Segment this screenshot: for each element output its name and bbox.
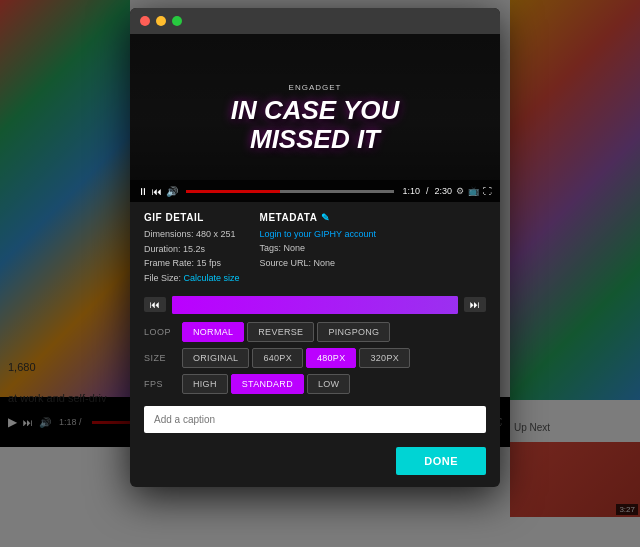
video-current-time: 1:10: [402, 186, 420, 196]
metadata-panel: METADATA ✎ Login to your GIPHY account T…: [260, 212, 376, 288]
video-preview-area: engadget IN CASE YOU MISSED IT ⏸ ⏮ 🔊 1:1…: [130, 34, 500, 202]
dimensions-row: Dimensions: 480 x 251: [144, 229, 240, 241]
done-area: DONE: [130, 439, 500, 487]
modal-titlebar: [130, 8, 500, 34]
video-right-controls: ⚙ 📺 ⛶: [456, 186, 492, 196]
video-total-time: 2:30: [434, 186, 452, 196]
controls-section: LOOP NORMAL REVERSE PINGPONG SIZE ORIGIN…: [130, 322, 500, 394]
gif-info-section: GIF DETAIL Dimensions: 480 x 251 Duratio…: [130, 202, 500, 288]
login-link[interactable]: Login to your GIPHY account: [260, 229, 376, 239]
caption-section: [130, 400, 500, 439]
caption-input[interactable]: [144, 406, 486, 433]
duration-row: Duration: 15.2s: [144, 244, 240, 256]
tags-row: Tags: None: [260, 243, 376, 255]
fps-control-row: FPS HIGH STANDARD LOW: [144, 374, 486, 394]
fps-standard-btn[interactable]: STANDARD: [231, 374, 304, 394]
video-overlay: engadget IN CASE YOU MISSED IT: [130, 34, 500, 202]
video-progress-fill: [186, 190, 280, 193]
loop-label: LOOP: [144, 327, 182, 337]
minimize-button-traffic-light[interactable]: [156, 16, 166, 26]
fps-btn-group: HIGH STANDARD LOW: [182, 374, 350, 394]
close-button-traffic-light[interactable]: [140, 16, 150, 26]
frame-rate-row: Frame Rate: 15 fps: [144, 258, 240, 270]
video-pause-btn[interactable]: ⏸: [138, 186, 148, 197]
fps-high-btn[interactable]: HIGH: [182, 374, 228, 394]
gif-detail-panel: GIF DETAIL Dimensions: 480 x 251 Duratio…: [144, 212, 240, 288]
giphy-modal: engadget IN CASE YOU MISSED IT ⏸ ⏮ 🔊 1:1…: [130, 8, 500, 487]
calculate-size-link[interactable]: Calculate size: [184, 273, 240, 283]
size-original-btn[interactable]: ORIGINAL: [182, 348, 249, 368]
loop-btn-group: NORMAL REVERSE PINGPONG: [182, 322, 390, 342]
scrubber-end-btn[interactable]: ⏭: [464, 297, 486, 312]
size-480px-btn[interactable]: 480PX: [306, 348, 357, 368]
time-separator: /: [426, 186, 429, 196]
loop-reverse-btn[interactable]: REVERSE: [247, 322, 314, 342]
scrubber-start-btn[interactable]: ⏮: [144, 297, 166, 312]
metadata-heading: METADATA ✎: [260, 212, 376, 223]
fps-low-btn[interactable]: LOW: [307, 374, 350, 394]
fps-label: FPS: [144, 379, 182, 389]
loop-normal-btn[interactable]: NORMAL: [182, 322, 244, 342]
brand-label: engadget: [289, 83, 342, 92]
video-main-title: IN CASE YOU MISSED IT: [231, 96, 400, 153]
video-volume-btn[interactable]: 🔊: [166, 186, 178, 197]
size-control-row: SIZE ORIGINAL 640PX 480PX 320PX: [144, 348, 486, 368]
source-url-row: Source URL: None: [260, 258, 376, 270]
maximize-button-traffic-light[interactable]: [172, 16, 182, 26]
size-btn-group: ORIGINAL 640PX 480PX 320PX: [182, 348, 410, 368]
scrubber-section: ⏮ ⏭: [130, 288, 500, 322]
gif-detail-heading: GIF DETAIL: [144, 212, 240, 223]
loop-pingpong-btn[interactable]: PINGPONG: [317, 322, 390, 342]
size-label: SIZE: [144, 353, 182, 363]
edit-icon[interactable]: ✎: [321, 212, 330, 223]
file-size-row: File Size: Calculate size: [144, 273, 240, 285]
scrubber-fill: [172, 296, 458, 314]
video-prev-btn[interactable]: ⏮: [152, 186, 162, 197]
video-controls-bar: ⏸ ⏮ 🔊 1:10 / 2:30 ⚙ 📺 ⛶: [130, 180, 500, 202]
video-cast-icon[interactable]: 📺: [468, 186, 479, 196]
video-fullscreen-icon[interactable]: ⛶: [483, 186, 492, 196]
size-320px-btn[interactable]: 320PX: [359, 348, 410, 368]
loop-control-row: LOOP NORMAL REVERSE PINGPONG: [144, 322, 486, 342]
size-640px-btn[interactable]: 640PX: [252, 348, 303, 368]
scrubber-track[interactable]: [172, 296, 458, 314]
done-button[interactable]: DONE: [396, 447, 486, 475]
video-progress-track[interactable]: [186, 190, 394, 193]
video-settings-icon[interactable]: ⚙: [456, 186, 464, 196]
